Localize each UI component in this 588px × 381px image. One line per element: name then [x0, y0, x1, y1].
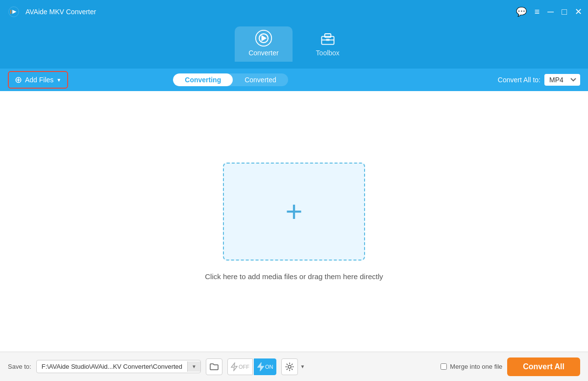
chevron-down-icon: ▼ — [192, 364, 196, 369]
nav-area: Converter Toolbox — [0, 24, 588, 69]
tab-converted[interactable]: Converted — [233, 73, 288, 86]
app-title: AVAide MKV Converter — [25, 8, 516, 16]
tab-converting[interactable]: Converting — [173, 73, 233, 86]
toolbar: ⊕ Add Files ▼ Converting Converted Conve… — [0, 69, 588, 91]
format-select[interactable]: MP4 MKV AVI MOV WMV MP3 AAC — [544, 74, 580, 86]
svg-point-9 — [288, 365, 291, 368]
chat-icon[interactable]: 💬 — [516, 7, 527, 16]
merge-checkbox-area: Merge into one file — [441, 363, 502, 370]
merge-label: Merge into one file — [450, 363, 502, 370]
drop-zone-plus-icon: + — [285, 197, 302, 226]
settings-button[interactable] — [281, 358, 298, 375]
window-controls: 💬 ≡ ─ □ ✕ — [516, 7, 582, 16]
drop-hint: Click here to add media files or drag th… — [205, 272, 383, 281]
footer: Save to: F:\AVAide Studio\AVAid...KV Con… — [0, 352, 588, 381]
drop-zone[interactable]: + — [223, 163, 365, 261]
save-path-dropdown-btn[interactable]: ▼ — [187, 361, 200, 372]
lightning-on-button[interactable]: ON — [254, 358, 277, 375]
nav-tab-converter-label: Converter — [248, 49, 278, 57]
svg-rect-2 — [10, 10, 11, 14]
tab-switcher: Converting Converted — [173, 73, 288, 86]
add-files-label: Add Files — [25, 76, 53, 84]
svg-marker-4 — [261, 35, 267, 42]
off-label: OFF — [239, 364, 249, 370]
save-path-box: F:\AVAide Studio\AVAid...KV Converter\Co… — [36, 360, 201, 373]
on-label: ON — [265, 364, 273, 370]
add-files-icon: ⊕ — [15, 74, 22, 85]
convert-all-to-section: Convert All to: MP4 MKV AVI MOV WMV MP3 … — [498, 74, 580, 86]
save-path-text: F:\AVAide Studio\AVAid...KV Converter\Co… — [37, 360, 187, 373]
title-bar: AVAide MKV Converter 💬 ≡ ─ □ ✕ — [0, 0, 588, 24]
merge-checkbox-input[interactable] — [441, 363, 447, 370]
save-to-label: Save to: — [8, 363, 31, 370]
convert-all-to-label: Convert All to: — [498, 76, 540, 84]
nav-tab-converter[interactable]: Converter — [235, 26, 292, 62]
add-files-dropdown-icon: ▼ — [56, 77, 61, 83]
minimize-button[interactable]: ─ — [547, 7, 554, 16]
lightning-toggle-group: OFF ON — [227, 358, 277, 375]
nav-tab-toolbox[interactable]: Toolbox — [302, 26, 353, 62]
close-button[interactable]: ✕ — [575, 7, 582, 16]
open-folder-button[interactable] — [206, 358, 222, 375]
main-content: + Click here to add media files or drag … — [0, 91, 588, 352]
convert-all-button[interactable]: Convert All — [507, 357, 580, 376]
app-logo — [6, 4, 22, 20]
settings-dropdown-icon[interactable]: ▼ — [300, 364, 305, 369]
maximize-button[interactable]: □ — [562, 7, 567, 16]
menu-icon[interactable]: ≡ — [535, 7, 540, 16]
add-files-button[interactable]: ⊕ Add Files ▼ — [8, 71, 68, 89]
svg-rect-8 — [326, 39, 329, 41]
nav-tab-toolbox-label: Toolbox — [316, 49, 340, 57]
lightning-off-button[interactable]: OFF — [227, 358, 253, 375]
